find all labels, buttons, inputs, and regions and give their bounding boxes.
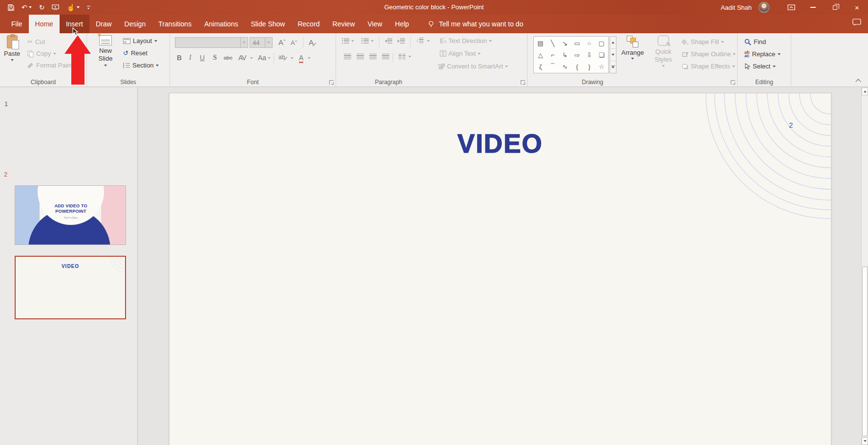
text-shadow-button[interactable]: S [213, 54, 217, 62]
convert-to-smartart-dropdown-caret[interactable] [505, 66, 508, 67]
numbering-button[interactable] [361, 38, 369, 44]
strikethrough-button[interactable]: abc [224, 55, 233, 61]
paragraph-dialog-launcher[interactable] [521, 80, 525, 85]
font-name-value[interactable] [175, 37, 241, 48]
format-painter-button[interactable]: Format Painter [27, 62, 73, 69]
tab-file[interactable]: File [5, 15, 29, 33]
font-size-value[interactable]: 44 [250, 37, 265, 48]
find-button[interactable]: Find [744, 38, 766, 45]
comments-button[interactable] [852, 19, 861, 28]
section-button[interactable]: Section [123, 62, 159, 69]
touch-mouse-mode-button[interactable]: ☝ [66, 4, 79, 11]
arrange-dropdown-caret[interactable] [631, 58, 634, 60]
text-direction-dropdown-caret[interactable] [489, 40, 492, 42]
paste-dropdown-caret[interactable] [11, 59, 14, 61]
shape-effects-dropdown-caret[interactable] [732, 66, 735, 67]
tab-transitions[interactable]: Transitions [152, 15, 198, 33]
shape-scribble-icon[interactable]: ζ [534, 61, 547, 72]
tab-animations[interactable]: Animations [198, 15, 244, 33]
avatar[interactable] [759, 2, 769, 13]
vertical-scrollbar[interactable] [861, 88, 868, 445]
shape-triangle-icon[interactable]: △ [534, 49, 547, 61]
font-dialog-launcher[interactable] [329, 80, 334, 85]
shape-elbow-arrow-connector-icon[interactable]: ↳ [559, 49, 571, 61]
shape-fill-button[interactable]: Shape Fill [682, 38, 724, 45]
slide-title-text[interactable]: VIDEO [169, 129, 831, 158]
close-button[interactable]: × [846, 0, 868, 15]
layout-button[interactable]: Layout [123, 37, 157, 44]
shapes-gallery-more-button[interactable] [610, 61, 616, 73]
quick-styles-button[interactable]: Quick Styles [651, 35, 676, 67]
shape-outline-button[interactable]: Shape Outline [682, 50, 736, 58]
drawing-dialog-launcher[interactable] [731, 80, 735, 85]
clear-formatting-button[interactable]: A [309, 38, 317, 46]
shape-callout-icon[interactable]: ❏ [595, 49, 608, 61]
align-text-button[interactable]: Align Text [440, 50, 481, 57]
tab-review[interactable]: Review [326, 15, 361, 33]
align-text-dropdown-caret[interactable] [478, 53, 481, 55]
replace-button[interactable]: abac Replace [744, 50, 781, 58]
select-button[interactable]: Select [744, 63, 776, 70]
shrink-font-button[interactable]: A˅ [291, 39, 297, 46]
text-direction-button[interactable]: A Text Direction [440, 37, 492, 44]
minimize-button[interactable] [802, 0, 824, 15]
scrollbar-thumb[interactable] [862, 267, 868, 436]
text-highlight-button[interactable]: ab [278, 54, 288, 61]
grow-font-button[interactable]: A˄ [278, 38, 286, 46]
columns-button[interactable] [399, 54, 405, 59]
tab-help[interactable]: Help [389, 15, 416, 33]
tab-slide-show[interactable]: Slide Show [244, 15, 291, 33]
numbering-dropdown-caret[interactable] [371, 40, 374, 42]
text-highlight-dropdown-caret[interactable] [291, 57, 294, 59]
shape-effects-button[interactable]: Shape Effects [682, 63, 735, 70]
align-left-button[interactable] [344, 54, 351, 59]
tab-draw[interactable]: Draw [89, 15, 118, 33]
arrange-button[interactable]: Arrange [621, 35, 644, 60]
scroll-up-button[interactable] [862, 88, 868, 95]
shape-rectangle-icon[interactable]: ▭ [571, 37, 583, 49]
scroll-down-button[interactable] [862, 437, 868, 445]
shape-line-arrow-icon[interactable]: ↘ [559, 37, 571, 49]
shape-star-icon[interactable]: ☆ [595, 61, 608, 72]
bullets-dropdown-caret[interactable] [351, 40, 354, 42]
change-case-button[interactable]: Aa [258, 54, 266, 62]
tab-record[interactable]: Record [291, 15, 326, 33]
quick-styles-dropdown-caret[interactable] [662, 65, 665, 67]
start-slideshow-button[interactable] [52, 4, 59, 11]
shape-curve-icon[interactable]: ∿ [559, 61, 571, 72]
account-name[interactable]: Aadit Shah [720, 4, 752, 11]
shape-left-brace-icon[interactable]: { [571, 61, 583, 72]
copy-button[interactable]: Copy [27, 50, 56, 57]
tab-view[interactable]: View [361, 15, 389, 33]
section-dropdown-caret[interactable] [156, 65, 159, 67]
font-size-dropdown[interactable] [265, 37, 273, 48]
layout-dropdown-caret[interactable] [154, 40, 157, 42]
convert-to-smartart-button[interactable]: Convert to SmartArt [437, 63, 508, 70]
line-spacing-dropdown-caret[interactable] [427, 40, 430, 42]
shape-right-brace-icon[interactable]: } [583, 61, 595, 72]
shape-arc-icon[interactable]: ⌒ [547, 61, 559, 72]
font-name-combo[interactable] [175, 37, 248, 48]
reset-button[interactable]: ↺ Reset [123, 49, 148, 57]
shape-elbow-connector-icon[interactable]: ⌐ [547, 49, 559, 61]
bullets-button[interactable] [342, 38, 349, 44]
shape-fill-dropdown-caret[interactable] [721, 41, 724, 43]
select-dropdown-caret[interactable] [773, 66, 776, 67]
italic-button[interactable]: I [189, 54, 191, 62]
character-spacing-dropdown-caret[interactable] [250, 57, 253, 59]
undo-dropdown-caret[interactable] [29, 6, 32, 8]
shape-outline-dropdown-caret[interactable] [733, 53, 736, 55]
cut-button[interactable]: ✂ Cut [27, 38, 45, 45]
underline-button[interactable]: U [200, 54, 205, 62]
slide-2-thumbnail[interactable]: VIDEO [15, 256, 126, 319]
shape-right-arrow-icon[interactable]: ⇨ [571, 49, 583, 61]
align-right-button[interactable] [369, 54, 377, 59]
tell-me-search[interactable]: Tell me what you want to do [428, 15, 523, 33]
align-center-button[interactable] [357, 54, 364, 59]
copy-dropdown-caret[interactable] [53, 53, 56, 55]
shape-down-arrow-icon[interactable]: ⇩ [583, 49, 595, 61]
tab-design[interactable]: Design [118, 15, 152, 33]
increase-indent-button[interactable] [398, 38, 405, 44]
restore-button[interactable] [824, 0, 846, 15]
font-size-combo[interactable]: 44 [250, 37, 273, 48]
